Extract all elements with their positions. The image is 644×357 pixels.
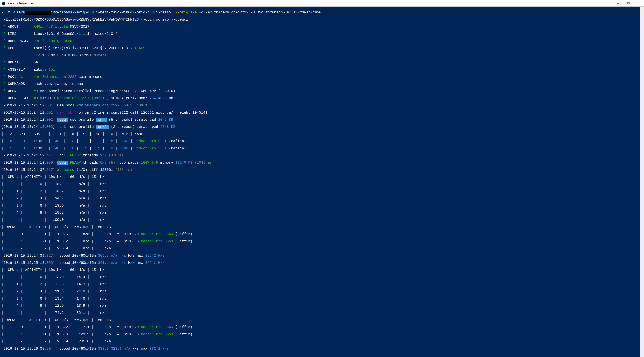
gpu-table-header: | # | GPU | BUS ID | I | W | SI | MC | U… — [1, 132, 643, 136]
cpu-l3: 9.0 MB — [64, 53, 78, 57]
svg-rect-0 — [2, 2, 5, 5]
about-label: ABOUT — [8, 25, 34, 29]
cpu-row: | 4 | 8 | 18.2 | n/a | n/a | — [1, 211, 643, 215]
prompt-path: \Downloads\xmrig-4.3.1-beta-msvc-win64\x… — [51, 10, 173, 14]
pool-coin: coin monero — [76, 75, 102, 79]
cpu-row: | 1 | 2 | 13.3 | 14.3 | n/a | — [1, 283, 643, 286]
profile-cn: cn — [96, 118, 106, 122]
opencl-row: | 1 | -1 | 130.2 | n/a | n/a | — [1, 239, 117, 243]
gpu-memory: 3264/4096 — [148, 96, 167, 100]
cpu-row: | 1 | 2 | 18.7 | n/a | n/a | — [1, 190, 643, 193]
cpu-features: x64 AES — [128, 46, 146, 50]
redacted-username — [25, 10, 51, 14]
cpu-name: Intel(R) Core(TM) i7-8750H CPU @ 2.20GHz… — [34, 46, 128, 50]
gpu-name: Radeon Pro 555X (Baffin) — [57, 96, 109, 100]
donate-label: DONATE — [8, 60, 34, 65]
cpu-row: | 3 | 6 | 19.0 | n/a | n/a | — [1, 204, 643, 207]
window-controls — [613, 0, 644, 6]
cpu-row: | 2 | 4 | 34.3 | n/a | n/a | — [1, 197, 643, 200]
powershell-icon — [2, 1, 5, 5]
cpu-l2: 1.5 MB — [42, 53, 57, 57]
speed-10s: 369.9 — [98, 254, 109, 258]
svg-rect-4 — [628, 3, 630, 4]
cpu-row: | 0 | 0 | 13.0 | 14.4 | n/a | — [1, 275, 643, 279]
libs-label: LIBS — [8, 32, 34, 36]
close-button[interactable] — [634, 0, 644, 6]
maximize-button[interactable] — [624, 0, 634, 6]
cpu-label: CPU — [8, 46, 34, 50]
timestamp: [2019-10-15 15:24:12 — [1, 103, 44, 107]
opencl-label: OPENCL — [8, 89, 34, 93]
cpu-row: | 3 | 6 | 13.4 | 14.6 | n/a | — [1, 297, 643, 301]
vertical-scrollbar[interactable]: ▴ ▾ — [640, 7, 644, 357]
hugepages-label: HUGE PAGES — [8, 39, 34, 43]
opencl-row: | 0 | -1 | 130.6 | n/a | n/a | — [1, 232, 117, 236]
commands-label: COMMANDS — [8, 82, 34, 86]
ready-status: READY — [68, 154, 83, 158]
scroll-down-button[interactable]: ▾ — [640, 353, 644, 357]
speed-max: 382.2 H/s — [145, 254, 164, 258]
opencl-platform: AMD Accelerated Parallel Processing/Open… — [38, 89, 175, 93]
cmd-args: hxExtsZGsfX1G8jF6ZCQPQSbDzSESASqvvw8XZb9… — [1, 18, 188, 22]
pool-ip: 54.36.109.161 — [124, 103, 152, 107]
scroll-track[interactable] — [640, 10, 644, 353]
opencl-gpu-label: OPENCL GPU — [8, 96, 34, 100]
donate-value: 5% — [34, 60, 38, 65]
title-bar: Windows PowerShell — [0, 0, 644, 7]
cmd-exe: .\xmrig.exe — [173, 10, 197, 14]
cpu-hashrate-header: | CPU # | AFFINITY | 10s H/s | 60s H/s |… — [1, 175, 643, 179]
terminal-output[interactable]: PS C:\Users \Downloads\xmrig-4.3.1-beta-… — [0, 7, 644, 357]
prompt-prefix: PS C:\Users — [1, 10, 25, 14]
cpu-row: | 0 | 0 | 18.9 | n/a | n/a | — [1, 182, 643, 186]
hugepages-value: permission granted — [34, 39, 72, 43]
cpu-tag: cpu — [57, 118, 68, 122]
opencl-row-total: | - | - | 258.9 | 241.0 | n/a | — [1, 340, 643, 343]
pool-label: POOL #1 — [8, 75, 34, 79]
accepted-status: accepted — [57, 168, 74, 172]
assembly-value: intel — [44, 68, 55, 72]
opencl-hashrate-header: | OPENCL # | AFFINITY | 10s H/s | 60s H/… — [1, 225, 643, 229]
assembly-label: ASSEMBLY — [8, 68, 34, 72]
about-version: XMRig/4.3.1-beta — [34, 25, 68, 29]
cpu-row-total: | - | - | 74.2 | 82.1 | n/a | — [1, 311, 643, 315]
opencl-row: | 0 | -1 | 128.2 | 117.1 | n/a | — [1, 325, 117, 329]
window-title: Windows PowerShell — [7, 1, 34, 5]
libs-value: libuv/1.31.0 OpenSSL/1.1.1c hwloc/2.0.4 — [34, 32, 117, 36]
profile-cn2: cn/2 — [96, 125, 109, 129]
cpu-row: | 2 | 4 | 21.6 | 24.8 | n/a | — [1, 290, 643, 293]
pool-address: xmr.2miners.com:2222 — [34, 75, 76, 79]
minimize-button[interactable] — [613, 0, 624, 6]
cpu-row-total: | - | - | 109.0 | n/a | n/a | — [1, 218, 643, 222]
new-job: new job — [57, 111, 72, 115]
opencl-row: | 1 | -1 | 130.6 | 123.9 | n/a | — [1, 333, 117, 337]
cpu-row: | 4 | 8 | 12.9 | 13.9 | n/a | — [1, 304, 643, 308]
opencl-row-total: | - | - | 260.9 | n/a | n/a | — [1, 247, 643, 250]
